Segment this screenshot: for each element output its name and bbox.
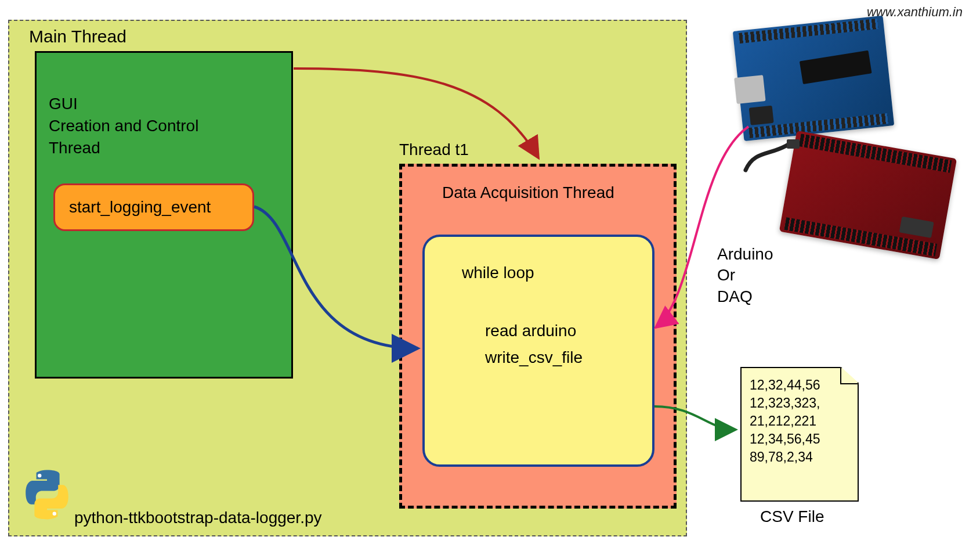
gui-description: GUI Creation and Control Thread	[49, 93, 198, 158]
thread-t1-label: Thread t1	[399, 140, 469, 159]
csv-row: 21,212,221	[750, 413, 816, 428]
read-arduino-step: read arduino	[485, 322, 576, 340]
python-logo-icon	[23, 469, 71, 520]
csv-row: 89,78,2,34	[750, 449, 813, 464]
svg-rect-2	[787, 139, 800, 149]
script-filename: python-ttkbootstrap-data-logger.py	[74, 509, 321, 527]
gui-line-1: GUI	[49, 95, 78, 113]
hw-line-3: DAQ	[717, 287, 753, 305]
gui-line-2: Creation and Control	[49, 117, 198, 135]
hw-line-1: Arduino	[717, 245, 773, 263]
svg-point-1	[53, 512, 56, 516]
event-label: start_logging_event	[69, 198, 211, 217]
csv-file-icon: 12,32,44,56 12,323,323, 21,212,221 12,34…	[740, 367, 859, 502]
svg-point-0	[38, 474, 41, 477]
start-logging-event-box: start_logging_event	[53, 183, 254, 231]
csv-row: 12,323,323,	[750, 395, 820, 410]
csv-file-label: CSV File	[760, 507, 824, 526]
daq-board-icon	[779, 131, 957, 260]
daq-thread-title: Data Acquisition Thread	[442, 183, 614, 202]
usb-cable-icon	[743, 138, 801, 173]
hw-line-2: Or	[717, 266, 735, 284]
csv-row: 12,32,44,56	[750, 377, 820, 392]
gui-line-3: Thread	[49, 139, 100, 157]
hardware-label: Arduino Or DAQ	[717, 244, 773, 307]
arduino-board-icon	[733, 16, 894, 141]
main-thread-label: Main Thread	[29, 27, 126, 46]
while-loop-label: while loop	[462, 264, 534, 282]
write-csv-step: write_csv_file	[485, 348, 583, 367]
csv-row: 12,34,56,45	[750, 431, 820, 446]
